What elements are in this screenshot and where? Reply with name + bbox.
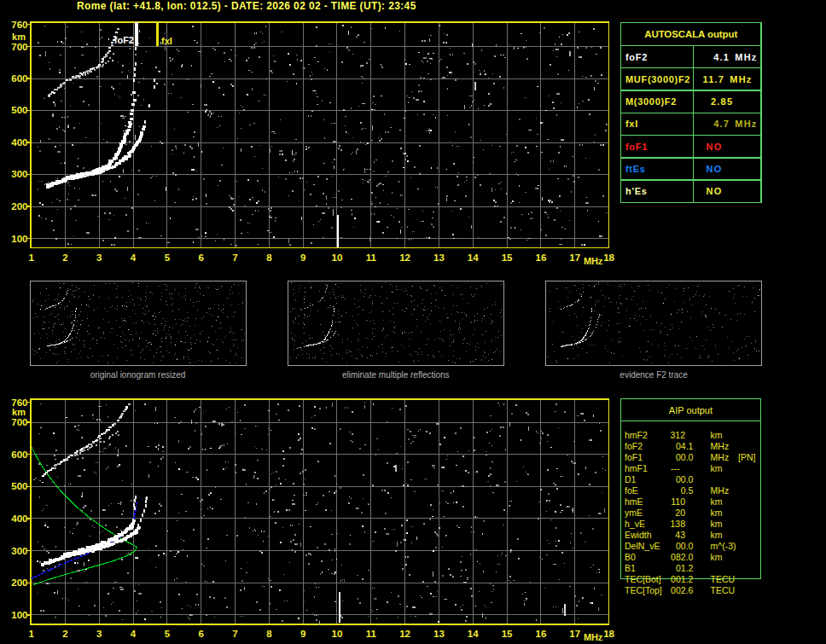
svg-text:400: 400 xyxy=(11,513,27,524)
svg-text:10: 10 xyxy=(332,252,343,263)
svg-text:13: 13 xyxy=(433,629,445,639)
svg-text:AUTOSCALA output: AUTOSCALA output xyxy=(644,29,737,39)
svg-text:foF2: foF2 xyxy=(625,441,643,451)
svg-text:8: 8 xyxy=(266,629,272,639)
svg-text:km: km xyxy=(12,407,26,417)
svg-text:NO: NO xyxy=(707,186,723,196)
svg-text:7: 7 xyxy=(232,629,237,639)
svg-text:ymE: ymE xyxy=(625,508,643,518)
svg-text:km: km xyxy=(711,530,723,540)
svg-text:B1: B1 xyxy=(625,563,636,573)
svg-text:3: 3 xyxy=(96,629,102,639)
svg-text:foF1: foF1 xyxy=(625,142,648,152)
svg-text:AIP output: AIP output xyxy=(669,405,713,415)
svg-text:600: 600 xyxy=(11,73,27,84)
svg-text:foF2: foF2 xyxy=(114,35,134,45)
svg-text:km: km xyxy=(711,552,723,562)
svg-text:fxI: fxI xyxy=(161,36,172,46)
svg-text:16: 16 xyxy=(536,252,547,263)
svg-text:20: 20 xyxy=(675,508,685,518)
svg-text:9: 9 xyxy=(300,629,305,639)
svg-text:2: 2 xyxy=(62,252,67,263)
svg-text:NO: NO xyxy=(707,164,723,174)
svg-text:500: 500 xyxy=(11,481,27,491)
svg-text:fxI: fxI xyxy=(625,119,638,129)
svg-text:8: 8 xyxy=(266,252,272,263)
svg-text:15: 15 xyxy=(502,252,513,263)
svg-text:---: --- xyxy=(671,463,680,473)
svg-text:TEC[Bot]: TEC[Bot] xyxy=(625,574,661,584)
svg-text:m^(-3): m^(-3) xyxy=(711,541,736,551)
svg-text:760: 760 xyxy=(11,20,27,30)
svg-text:5: 5 xyxy=(165,252,171,263)
svg-text:400: 400 xyxy=(11,137,27,148)
svg-text:43: 43 xyxy=(675,530,685,540)
svg-text:1: 1 xyxy=(28,252,34,263)
svg-text:TECU: TECU xyxy=(711,585,736,595)
svg-text:Ewidth: Ewidth xyxy=(625,530,652,540)
svg-text:11: 11 xyxy=(366,629,377,639)
svg-text:km: km xyxy=(711,430,723,440)
svg-text:16: 16 xyxy=(536,629,547,639)
svg-text:15: 15 xyxy=(502,629,513,639)
svg-text:14: 14 xyxy=(468,252,479,263)
svg-text:M(3000)F2: M(3000)F2 xyxy=(625,96,677,107)
svg-text:600: 600 xyxy=(11,450,27,460)
svg-text:700: 700 xyxy=(11,42,27,52)
svg-text:MHz: MHz xyxy=(711,452,730,462)
svg-text:6: 6 xyxy=(198,629,203,639)
svg-text:312: 312 xyxy=(670,430,685,440)
svg-text:km: km xyxy=(711,508,723,518)
svg-text:B0: B0 xyxy=(625,552,636,562)
svg-text:002.6: 002.6 xyxy=(671,585,693,595)
svg-text:0.5: 0.5 xyxy=(681,485,694,496)
svg-text:18: 18 xyxy=(603,629,614,639)
svg-text:14: 14 xyxy=(468,629,479,639)
svg-text:100: 100 xyxy=(11,234,27,244)
svg-text:h_vE: h_vE xyxy=(625,519,645,529)
svg-text:200: 200 xyxy=(11,201,27,212)
svg-text:01.2: 01.2 xyxy=(676,563,694,573)
svg-text:original ionogram resized: original ionogram resized xyxy=(90,370,186,380)
svg-text:eliminate multiple reflections: eliminate multiple reflections xyxy=(342,370,450,380)
svg-text:MHz: MHz xyxy=(584,256,603,266)
svg-text:DelN_vE: DelN_vE xyxy=(625,541,660,551)
svg-text:10: 10 xyxy=(332,629,343,639)
svg-text:9: 9 xyxy=(300,252,305,263)
svg-text:5: 5 xyxy=(165,629,171,639)
svg-text:17: 17 xyxy=(569,252,580,263)
svg-text:km: km xyxy=(711,463,723,473)
svg-text:foF1: foF1 xyxy=(625,452,643,462)
svg-text:6: 6 xyxy=(198,252,203,263)
svg-text:12: 12 xyxy=(399,629,410,639)
svg-text:11.7 MHz: 11.7 MHz xyxy=(703,74,753,84)
svg-text:00.0: 00.0 xyxy=(676,541,694,551)
svg-text:Rome (lat: +41.8, lon: 012.5): Rome (lat: +41.8, lon: 012.5) - DATE: 20… xyxy=(77,0,416,12)
svg-text:h'Es: h'Es xyxy=(625,186,648,196)
svg-text:7: 7 xyxy=(232,252,237,263)
svg-text:12: 12 xyxy=(399,252,410,263)
svg-text:foF2: foF2 xyxy=(625,52,648,62)
svg-text:4: 4 xyxy=(131,629,137,639)
svg-text:082.0: 082.0 xyxy=(671,552,693,562)
svg-text:1: 1 xyxy=(28,629,34,639)
svg-text:04.1: 04.1 xyxy=(676,441,694,451)
svg-text:hmF2: hmF2 xyxy=(625,430,648,440)
svg-text:2.85: 2.85 xyxy=(711,96,733,107)
svg-text:foE: foE xyxy=(625,485,638,496)
svg-text:2: 2 xyxy=(62,629,67,639)
svg-text:00.0: 00.0 xyxy=(676,474,694,484)
svg-text:4.7 MHz: 4.7 MHz xyxy=(713,119,757,129)
svg-text:200: 200 xyxy=(11,577,27,588)
svg-text:hmF1: hmF1 xyxy=(625,463,648,473)
svg-text:km: km xyxy=(711,519,723,529)
svg-text:500: 500 xyxy=(11,105,27,115)
svg-text:300: 300 xyxy=(11,546,27,556)
svg-text:[PN]: [PN] xyxy=(738,452,756,462)
svg-text:km: km xyxy=(711,496,723,507)
svg-text:4: 4 xyxy=(131,252,137,263)
svg-text:18: 18 xyxy=(603,252,614,263)
svg-text:MHz: MHz xyxy=(584,632,603,642)
svg-text:700: 700 xyxy=(11,417,27,427)
svg-text:17: 17 xyxy=(569,629,580,639)
